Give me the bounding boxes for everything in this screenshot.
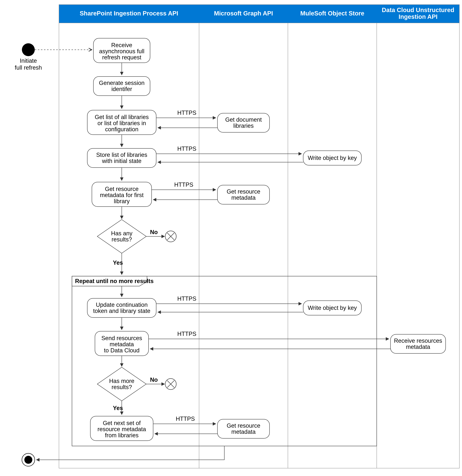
svg-text:Get resource: Get resource — [227, 188, 260, 195]
svg-text:metadata: metadata — [231, 195, 256, 201]
svg-rect-6 — [288, 23, 377, 468]
label-https-5: HTTPS — [177, 331, 196, 337]
edge-loop-end — [36, 446, 224, 460]
svg-text:Update continuation: Update continuation — [96, 302, 148, 308]
lane4-title-l2: Ingestion API — [399, 13, 437, 20]
svg-text:metadata: metadata — [406, 344, 430, 350]
svg-text:Receive: Receive — [111, 42, 132, 48]
svg-text:Store list of libraries: Store list of libraries — [96, 152, 147, 158]
svg-text:Write object by key: Write object by key — [308, 305, 357, 311]
start-label-l2: full refresh — [15, 64, 42, 71]
svg-text:refresh request: refresh request — [102, 54, 141, 60]
svg-rect-5 — [199, 23, 288, 468]
lane2-title: Microsoft Graph API — [214, 10, 273, 17]
label-https-2: HTTPS — [177, 145, 196, 152]
start-node: Initiate full refresh — [15, 43, 42, 71]
svg-point-9 — [22, 43, 35, 56]
lane1-title: SharePoint Ingestion Process API — [80, 10, 178, 17]
svg-text:Get next set of: Get next set of — [103, 420, 141, 426]
label-yes-2: Yes — [113, 405, 123, 411]
svg-text:asynchronous full: asynchronous full — [99, 48, 144, 54]
svg-text:Receive resources: Receive resources — [394, 338, 442, 344]
svg-text:Get list of all libraries: Get list of all libraries — [95, 114, 149, 120]
node-graph-get-doc-libs: Get document libraries — [218, 113, 270, 132]
svg-text:with initial state: with initial state — [102, 158, 141, 164]
decision-has-more-results: Has more results? — [97, 367, 146, 401]
activity-diagram: SharePoint Ingestion Process API Microso… — [0, 0, 462, 476]
node-os-write-2: Write object by key — [303, 301, 361, 315]
svg-text:token and library state: token and library state — [93, 308, 150, 314]
svg-text:from libraries: from libraries — [105, 432, 139, 439]
node-get-libraries: Get list of all libraries or list of lib… — [87, 110, 156, 135]
node-graph-get-res-1: Get resource metadata — [218, 185, 270, 204]
lane4-title-l1: Data Cloud Unstructured — [382, 7, 454, 13]
node-os-write-1: Write object by key — [303, 151, 361, 165]
svg-text:to Data Cloud: to Data Cloud — [104, 347, 139, 354]
svg-text:results?: results? — [112, 384, 132, 390]
end-node — [22, 453, 35, 466]
svg-text:Send resources: Send resources — [101, 335, 142, 341]
terminate-2 — [165, 379, 176, 390]
svg-text:metadata: metadata — [231, 429, 256, 435]
node-get-first-metadata: Get resource metadata for first library — [92, 182, 152, 207]
start-label-l1: Initiate — [20, 58, 37, 64]
svg-text:Has any: Has any — [111, 230, 132, 237]
node-send-to-datacloud: Send resources metadata to Data Cloud — [95, 331, 148, 356]
svg-text:libraries: libraries — [233, 123, 253, 129]
svg-text:Has more: Has more — [109, 378, 134, 384]
label-yes-1: Yes — [113, 260, 123, 266]
node-dc-receive: Receive resources metadata — [391, 334, 446, 353]
svg-text:Generate session: Generate session — [99, 80, 145, 86]
svg-text:Get resource: Get resource — [105, 186, 139, 192]
svg-text:metadata for first: metadata for first — [100, 192, 144, 198]
terminate-1 — [165, 231, 176, 242]
label-https-1: HTTPS — [177, 110, 196, 116]
label-https-6: HTTPS — [176, 416, 195, 422]
label-https-3: HTTPS — [174, 181, 193, 188]
decision-has-any-results: Has any results? — [97, 220, 146, 253]
svg-point-11 — [24, 456, 32, 464]
svg-text:Write object by key: Write object by key — [308, 155, 357, 161]
svg-text:or list of libraries in: or list of libraries in — [97, 120, 146, 126]
node-receive-request: Receive asynchronous full refresh reques… — [93, 38, 150, 63]
svg-rect-7 — [377, 23, 459, 468]
svg-text:metadata: metadata — [110, 341, 134, 348]
node-generate-session: Generate session identifer — [93, 76, 150, 96]
svg-text:resource metadata: resource metadata — [97, 426, 146, 432]
label-no-2: No — [150, 376, 158, 383]
lane3-title: MuleSoft Object Store — [300, 10, 364, 17]
loop-title: Repeat until no more results — [75, 278, 154, 284]
node-update-token: Update continuation token and library st… — [87, 298, 156, 317]
node-graph-get-res-2: Get resource metadata — [218, 419, 270, 438]
svg-text:results?: results? — [112, 236, 132, 243]
svg-text:identifer: identifer — [111, 86, 132, 92]
svg-text:Get resource: Get resource — [227, 422, 260, 429]
node-get-next-metadata: Get next set of resource metadata from l… — [90, 416, 153, 441]
svg-text:configuration: configuration — [105, 126, 139, 133]
svg-text:Get document: Get document — [225, 116, 262, 123]
svg-text:library: library — [114, 198, 130, 204]
label-no-1: No — [150, 229, 158, 235]
label-https-4: HTTPS — [177, 296, 196, 302]
node-store-libraries: Store list of libraries with initial sta… — [87, 148, 156, 168]
